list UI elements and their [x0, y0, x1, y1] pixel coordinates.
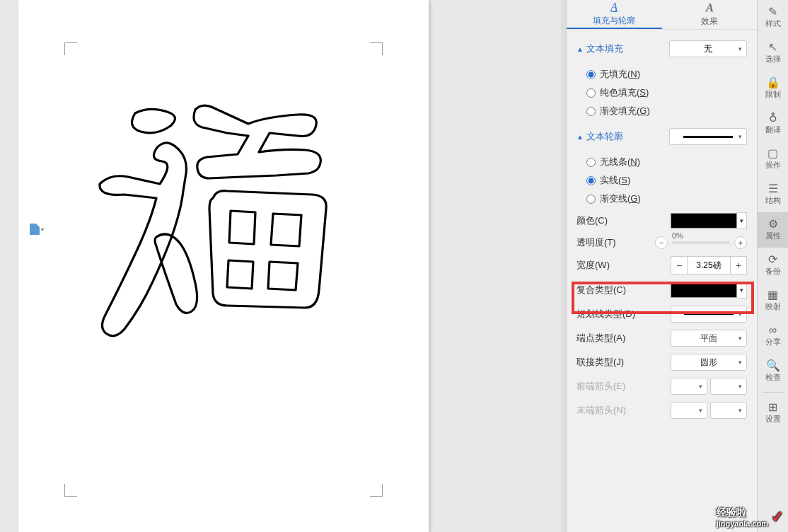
radio-label: 无线条(N) — [600, 156, 640, 168]
radio-no-fill[interactable]: 无填充(N) — [586, 68, 747, 81]
operate-icon: ▢ — [767, 148, 778, 159]
margin-corner-tl — [64, 42, 77, 55]
checkmark-icon: ✓ — [771, 508, 784, 526]
prop-label: 末端箭头(N) — [576, 404, 626, 417]
tool-property[interactable]: ⚙属性 — [758, 212, 789, 248]
prop-compound: 复合类型(C) ▾ — [576, 282, 747, 299]
tool-backup[interactable]: ⟳备份 — [758, 248, 789, 283]
slider-minus-button[interactable]: − — [655, 236, 668, 249]
triangle-down-icon: ▲ — [576, 133, 584, 141]
tool-label: 样式 — [765, 18, 781, 29]
tool-check[interactable]: 🔍检查 — [758, 354, 789, 389]
margin-corner-tr — [370, 42, 383, 55]
translate-icon: ♁ — [769, 112, 777, 124]
section-label: 文本轮廓 — [586, 130, 623, 143]
section-text-fill[interactable]: ▲ 文本填充 — [576, 42, 623, 55]
radio-label: 纯色填充(S) — [600, 86, 649, 99]
tab-fill-outline[interactable]: A 填充与轮廓 — [567, 0, 662, 29]
width-input[interactable] — [688, 256, 730, 274]
tab-label: 填充与轮廓 — [593, 15, 635, 27]
tool-translate[interactable]: ♁翻译 — [758, 106, 789, 141]
prop-label: 颜色(C) — [576, 214, 608, 227]
tool-style[interactable]: ✎样式 — [758, 0, 789, 35]
tool-structure[interactable]: ☰结构 — [758, 177, 789, 212]
arrow-end-style-dropdown — [671, 402, 707, 419]
slider-value: 0% — [672, 231, 683, 240]
dropdown-value: 平面 — [700, 332, 717, 345]
radio-input[interactable] — [586, 70, 596, 79]
prop-arrow-end: 末端箭头(N) — [576, 402, 747, 419]
outline-radio-group: 无线条(N) 实线(S) 渐变线(G) — [586, 156, 747, 205]
slider-plus-button[interactable]: + — [734, 236, 747, 249]
outlined-character[interactable] — [86, 92, 347, 340]
tool-mapping[interactable]: ▦映射 — [758, 283, 789, 318]
margin-corner-bl — [64, 484, 77, 497]
dropdown-value: 圆形 — [700, 357, 717, 369]
color-swatch[interactable] — [671, 213, 737, 229]
section-text-outline[interactable]: ▲ 文本轮廓 — [576, 130, 623, 143]
watermark-site: jingyanla.com — [717, 519, 768, 528]
radio-input[interactable] — [586, 88, 596, 98]
prop-label: 复合类型(C) — [576, 284, 626, 296]
radio-gradient-fill[interactable]: 渐变填充(G) — [586, 105, 747, 117]
color-dropdown-arrow[interactable]: ▾ — [737, 212, 747, 229]
triangle-down-icon: ▲ — [576, 45, 584, 53]
prop-label: 短划线类型(D) — [576, 308, 635, 320]
transparency-slider[interactable]: 0% — [672, 241, 730, 244]
doc-handle[interactable]: ▾ — [30, 224, 44, 235]
right-toolbar: ✎样式 ↖选择 🔒限制 ♁翻译 ▢操作 ☰结构 ⚙属性 ⟳备份 ▦映射 ∞分享 … — [757, 0, 788, 532]
line-preview — [683, 136, 733, 138]
cap-type-dropdown[interactable]: 平面 — [671, 330, 747, 347]
tab-label: 效果 — [701, 16, 718, 28]
prop-cap: 端点类型(A) 平面 — [576, 330, 747, 347]
watermark: 经验啦 jingyanla.com ✓ — [717, 507, 784, 528]
prop-arrow-front: 前端箭头(E) — [576, 378, 747, 395]
tool-label: 映射 — [765, 301, 781, 312]
radio-solid-fill[interactable]: 纯色填充(S) — [586, 86, 747, 99]
width-increment-button[interactable]: + — [730, 256, 747, 274]
chevron-down-icon: ▾ — [41, 226, 44, 233]
share-icon: ∞ — [769, 325, 777, 336]
tool-restrict[interactable]: 🔒限制 — [758, 71, 789, 106]
radio-gradient-line[interactable]: 渐变线(G) — [586, 192, 747, 205]
cursor-icon: ↖ — [768, 42, 777, 53]
compound-dropdown-arrow[interactable]: ▾ — [737, 282, 747, 299]
tool-select[interactable]: ↖选择 — [758, 35, 789, 71]
tool-label: 限制 — [765, 89, 781, 100]
vertical-scrollbar[interactable] — [561, 0, 566, 532]
outline-preset-dropdown[interactable] — [669, 128, 747, 145]
prop-color: 颜色(C) ▾ — [576, 212, 747, 229]
radio-solid-line[interactable]: 实线(S) — [586, 174, 747, 187]
tool-label: 选择 — [765, 54, 781, 64]
arrow-front-size-dropdown — [710, 378, 747, 395]
radio-input[interactable] — [586, 176, 596, 185]
radio-no-line[interactable]: 无线条(N) — [586, 156, 747, 168]
width-decrement-button[interactable]: − — [671, 256, 688, 274]
join-type-dropdown[interactable]: 圆形 — [671, 354, 747, 371]
dropdown-value: 无 — [704, 43, 712, 55]
tool-operate[interactable]: ▢操作 — [758, 141, 789, 177]
search-icon: 🔍 — [766, 360, 780, 371]
tool-settings[interactable]: ⊞设置 — [758, 395, 789, 431]
document-page[interactable] — [18, 0, 429, 532]
prop-label: 端点类型(A) — [576, 332, 625, 345]
prop-width: 宽度(W) − + — [576, 256, 747, 274]
radio-input[interactable] — [586, 158, 596, 167]
canvas-area: ▾ — [0, 0, 439, 532]
grid-icon: ⊞ — [768, 402, 777, 413]
tool-share[interactable]: ∞分享 — [758, 318, 789, 354]
radio-input[interactable] — [586, 195, 596, 204]
radio-label: 渐变填充(G) — [600, 105, 650, 117]
tab-effect[interactable]: A 效果 — [662, 0, 758, 29]
prop-label: 联接类型(J) — [576, 356, 624, 369]
arrow-front-style-dropdown — [671, 378, 707, 395]
prop-dash: 短划线类型(D) — [576, 306, 747, 323]
brush-icon: ✎ — [768, 6, 777, 18]
fill-preset-dropdown[interactable]: 无 — [669, 40, 747, 57]
dash-type-dropdown[interactable] — [671, 306, 747, 323]
radio-input[interactable] — [586, 107, 596, 116]
fill-outline-icon: A — [610, 1, 618, 13]
compound-preview[interactable] — [671, 282, 737, 298]
backup-icon: ⟳ — [768, 254, 777, 265]
prop-label: 透明度(T) — [576, 236, 616, 249]
